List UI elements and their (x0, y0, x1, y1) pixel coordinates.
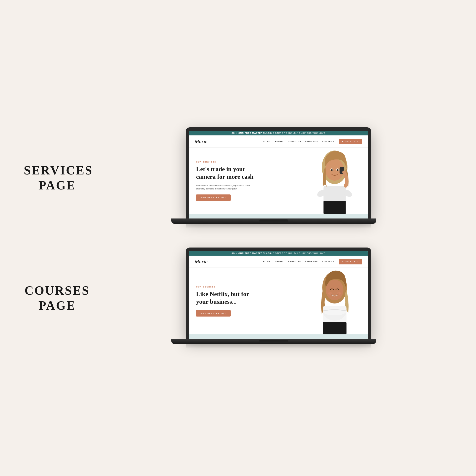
courses-bottom-bar (189, 334, 368, 339)
svg-point-9 (337, 169, 339, 171)
services-hero-tag: OUR SERVICES (196, 161, 294, 163)
services-person-svg (301, 148, 368, 214)
services-laptop-reflection (186, 224, 371, 228)
page-container: SERVICES PAGE JOIN OUR FREE MASTERCLASS:… (0, 0, 476, 476)
nav-contact-2[interactable]: CONTACT (322, 260, 334, 263)
nav-services-2[interactable]: SERVICES (288, 260, 301, 263)
courses-person-svg (301, 268, 368, 334)
services-bottom-bar (189, 214, 368, 219)
services-laptop: JOIN OUR FREE MASTERCLASS: 3 STEPS TO BU… (186, 127, 371, 219)
services-laptop-wrapper: JOIN OUR FREE MASTERCLASS: 3 STEPS TO BU… (105, 127, 452, 228)
nav-courses-2[interactable]: COURSES (305, 260, 318, 263)
services-hero-image (301, 148, 368, 214)
nav-cta-1[interactable]: BOOK NOW → (339, 139, 362, 144)
nav-about-2[interactable]: ABOUT (275, 260, 284, 263)
courses-hero-tag: OUR COURSES (196, 286, 294, 288)
nav-services-1[interactable]: SERVICES (288, 140, 301, 143)
courses-laptop-wrapper: JOIN OUR FREE MASTERCLASS: 3 STEPS TO BU… (105, 248, 452, 349)
courses-hero: OUR COURSES Like Netflix, but for your b… (189, 268, 368, 334)
svg-point-8 (331, 169, 333, 171)
courses-page-title: COURSES PAGE (24, 283, 90, 313)
services-laptop-base (171, 219, 376, 224)
services-nav: Marie HOME ABOUT SERVICES COURSES CONTAC… (189, 136, 368, 148)
services-hero-title: Let's trade in your camera for more cash (196, 165, 294, 181)
svg-point-16 (337, 292, 341, 295)
services-nav-links: HOME ABOUT SERVICES COURSES CONTACT BOOK… (263, 139, 362, 144)
courses-hero-image (301, 268, 368, 334)
courses-laptop: JOIN OUR FREE MASTERCLASS: 3 STEPS TO BU… (186, 248, 371, 339)
courses-screen: JOIN OUR FREE MASTERCLASS: 3 STEPS TO BU… (189, 251, 368, 339)
courses-hero-cta[interactable]: LET'S GET STARTED → (196, 310, 231, 317)
services-hero-body: I'm baby farm-to-table sartorial helveti… (196, 184, 258, 190)
courses-hero-title: Like Netflix, but for your business... (196, 290, 294, 306)
services-hero-cta[interactable]: LET'S GET STARTED → (196, 194, 231, 201)
courses-banner: JOIN OUR FREE MASTERCLASS: 3 STEPS TO BU… (189, 251, 368, 255)
courses-laptop-base (171, 339, 376, 344)
courses-nav-links: HOME ABOUT SERVICES COURSES CONTACT BOOK… (263, 259, 362, 264)
courses-hero-content: OUR COURSES Like Netflix, but for your b… (189, 276, 301, 326)
svg-point-15 (328, 292, 333, 295)
svg-rect-4 (323, 201, 346, 214)
services-logo: Marie (195, 138, 207, 144)
nav-cta-2[interactable]: BOOK NOW → (339, 259, 362, 264)
services-label: SERVICES PAGE (24, 163, 90, 193)
services-banner: JOIN OUR FREE MASTERCLASS: 3 STEPS TO BU… (189, 131, 368, 136)
courses-laptop-reflection (186, 344, 371, 349)
services-page-title: SERVICES PAGE (24, 163, 90, 193)
nav-contact-1[interactable]: CONTACT (322, 140, 334, 143)
nav-courses-1[interactable]: COURSES (305, 140, 318, 143)
nav-home-1[interactable]: HOME (263, 140, 271, 143)
courses-section: COURSES PAGE JOIN OUR FREE MASTERCLASS: … (24, 248, 452, 349)
services-hero: OUR SERVICES Let's trade in your camera … (189, 148, 368, 214)
services-section: SERVICES PAGE JOIN OUR FREE MASTERCLASS:… (24, 127, 452, 228)
nav-home-2[interactable]: HOME (263, 260, 271, 263)
services-screen: JOIN OUR FREE MASTERCLASS: 3 STEPS TO BU… (189, 131, 368, 219)
courses-label: COURSES PAGE (24, 283, 90, 313)
svg-point-14 (326, 280, 344, 300)
courses-logo: Marie (195, 258, 207, 265)
nav-about-1[interactable]: ABOUT (275, 140, 284, 143)
courses-nav: Marie HOME ABOUT SERVICES COURSES CONTAC… (189, 255, 368, 268)
services-hero-content: OUR SERVICES Let's trade in your camera … (189, 151, 301, 211)
svg-rect-13 (323, 322, 346, 334)
